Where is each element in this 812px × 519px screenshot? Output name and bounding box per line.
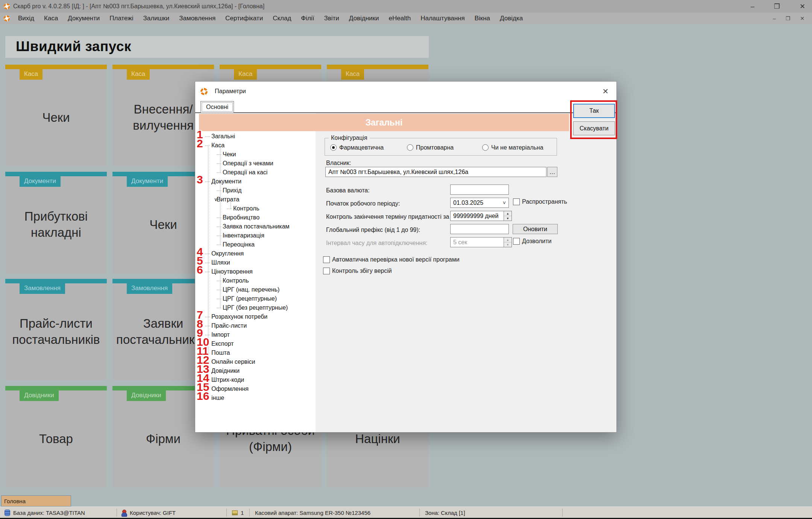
tree-item-црг-нац-перечень-[interactable]: ЦРГ (нац. перечень) bbox=[198, 285, 316, 294]
version-label: Контроль збігу версій bbox=[332, 268, 392, 274]
ok-button[interactable]: Так bbox=[573, 104, 615, 118]
tab-holovna[interactable]: Головна bbox=[1, 495, 71, 507]
tree-item-шляхи[interactable]: 5Шляхи bbox=[198, 258, 316, 267]
period-select[interactable]: 01.03.2025 ˅ bbox=[450, 198, 509, 208]
tile-чеки[interactable]: КасаЧеки bbox=[5, 65, 107, 166]
close-icon[interactable]: ✕ bbox=[800, 2, 805, 11]
minimize-icon[interactable]: – bbox=[751, 3, 754, 11]
tree-item-операції-на-касі[interactable]: Операції на касі bbox=[198, 168, 316, 177]
chevron-down-icon[interactable]: ˅ bbox=[503, 200, 506, 206]
menu-item-склад[interactable]: Склад bbox=[268, 15, 296, 22]
tree-item-довідники[interactable]: 13Довідники bbox=[198, 366, 316, 375]
tile-прибуткові-накладні[interactable]: ДокументиПрибуткові накладні bbox=[5, 172, 107, 273]
menu-item-довідники[interactable]: Довідники bbox=[344, 15, 384, 22]
radio-unselected-icon[interactable] bbox=[407, 144, 413, 151]
menu-item-каса[interactable]: Каса bbox=[39, 15, 63, 22]
tree-item-округлення[interactable]: 4Округлення bbox=[198, 249, 316, 258]
mdi-minimize-icon[interactable]: – bbox=[773, 15, 776, 21]
tree-item-розрахунок-потреби[interactable]: 7Розрахунок потреби bbox=[198, 312, 316, 321]
tree-item-виробництво[interactable]: Виробництво bbox=[198, 213, 316, 222]
tree-item-label: Витрата bbox=[217, 196, 239, 203]
tree-item-оформлення[interactable]: 15Оформлення bbox=[198, 384, 316, 393]
menu-item-довідка[interactable]: Довідка bbox=[495, 15, 528, 22]
menu-item-сертифікати[interactable]: Сертифікати bbox=[220, 15, 268, 22]
mdi-close-icon[interactable]: ✕ bbox=[800, 15, 804, 21]
tree-item-інше[interactable]: 16інше bbox=[198, 393, 316, 402]
tree-item-label: Шляхи bbox=[211, 259, 230, 266]
tree-item-документи[interactable]: 3Документи bbox=[198, 177, 316, 186]
spin-down-icon[interactable]: ▼ bbox=[504, 216, 511, 221]
tree-item-витрата[interactable]: ∨Витрата bbox=[198, 195, 316, 204]
tree-item-переоцінка[interactable]: Переоцінка bbox=[198, 240, 316, 249]
menu-item-документи[interactable]: Документи bbox=[63, 15, 105, 22]
radio-selected-icon[interactable] bbox=[330, 144, 337, 151]
tree-item-пошта[interactable]: 11Пошта bbox=[198, 348, 316, 357]
tree-item-експорт[interactable]: 10Експорт bbox=[198, 339, 316, 348]
tab-osnovni[interactable]: Основні bbox=[200, 101, 234, 113]
expiry-value: 999999999 дней bbox=[453, 213, 499, 219]
tile-category-bar bbox=[220, 65, 321, 69]
menu-item-залишки[interactable]: Залишки bbox=[138, 15, 175, 22]
owner-browse-button[interactable]: … bbox=[547, 167, 557, 177]
prefix-label: Глобальний префікс (від 1 до 99): bbox=[326, 227, 420, 233]
menu-item-вихід[interactable]: Вихід bbox=[13, 15, 39, 22]
spread-checkbox[interactable] bbox=[513, 198, 520, 205]
radio-row-чи-не-матеріальна: Чи не матеріальна bbox=[482, 144, 543, 151]
owner-input[interactable]: Апт №003 пгт.Барышевка, ул.Киевский шлях… bbox=[325, 167, 546, 177]
menu-item-звіти[interactable]: Звіти bbox=[319, 15, 344, 22]
prefix-input[interactable] bbox=[450, 224, 509, 234]
menu-item-ehealth[interactable]: eHealth bbox=[384, 15, 416, 22]
menu-item-замовлення[interactable]: Замовлення bbox=[174, 15, 220, 22]
status-zone: Зона: Склад [1] bbox=[425, 510, 465, 516]
maximize-icon[interactable]: ❐ bbox=[774, 2, 780, 11]
version-checkbox[interactable] bbox=[323, 268, 330, 274]
tile-category-bar bbox=[327, 65, 428, 69]
tile-label: Чеки bbox=[5, 69, 107, 166]
tree-item-label: Пошта bbox=[211, 350, 230, 356]
menu-item-вікна[interactable]: Вікна bbox=[470, 15, 495, 22]
tree-item-прихід[interactable]: Прихід bbox=[198, 186, 316, 195]
tree-item-чеки[interactable]: Чеки bbox=[198, 150, 316, 159]
tree-item-онлайн-сервіси[interactable]: 12Онлайн сервіси bbox=[198, 357, 316, 366]
dialog-close-icon[interactable]: ✕ bbox=[601, 86, 610, 96]
menu-item-налаштування[interactable]: Налаштування bbox=[416, 15, 470, 22]
tree-item-заявка-постачальникам[interactable]: Заявка постачальникам bbox=[198, 222, 316, 231]
tree-item-каса[interactable]: 2Каса bbox=[198, 141, 316, 150]
spin-up-icon[interactable]: ▲ bbox=[504, 211, 511, 216]
tree-item-контроль[interactable]: Контроль bbox=[198, 204, 316, 213]
tree-item-црг-рецептурные-[interactable]: ЦРГ (рецептурные) bbox=[198, 294, 316, 303]
tree-item-црг-без-рецептурные-[interactable]: ЦРГ (без рецептурные) bbox=[198, 303, 316, 312]
cancel-button[interactable]: Скасувати bbox=[573, 121, 615, 135]
radio-label: Чи не матеріальна bbox=[491, 144, 543, 151]
spread-label: Распространять bbox=[522, 198, 567, 205]
mdi-restore-icon[interactable]: ❐ bbox=[786, 15, 791, 21]
dialog-logo-icon bbox=[200, 88, 208, 95]
spinner-buttons[interactable]: ▲▼ bbox=[504, 211, 511, 221]
tree-item-загальні[interactable]: 1Загальні bbox=[198, 132, 316, 141]
tree-item-імпорт[interactable]: 9Імпорт bbox=[198, 330, 316, 339]
currency-input[interactable] bbox=[450, 185, 509, 195]
tree-item-інвентаризація[interactable]: Інвентаризація bbox=[198, 231, 316, 240]
annotation-number-3: 3 bbox=[197, 175, 203, 184]
autocheck-checkbox[interactable] bbox=[323, 256, 330, 263]
expiry-spinner[interactable]: 999999999 дней ▲▼ bbox=[450, 211, 512, 221]
tile-товар[interactable]: ДовідникиТовар bbox=[5, 386, 107, 487]
tile-прайс-листи-постачальників[interactable]: ЗамовленняПрайс-листи постачальників bbox=[5, 279, 107, 380]
menu-item-платежі[interactable]: Платежі bbox=[105, 15, 138, 22]
menu-item-філії[interactable]: Філії bbox=[296, 15, 319, 22]
tree-item-label: Експорт bbox=[211, 340, 234, 347]
tree-item-контроль[interactable]: Контроль bbox=[198, 276, 316, 285]
radio-unselected-icon[interactable] bbox=[482, 144, 489, 151]
tree-item-ціноутворення[interactable]: 6Ціноутворення bbox=[198, 267, 316, 276]
tree-item-штрих-коди[interactable]: 14Штрих-коди bbox=[198, 375, 316, 384]
tree-item-label: ЦРГ (рецептурные) bbox=[223, 295, 277, 302]
tree-item-label: Контроль bbox=[223, 277, 249, 284]
tree-item-label: Документи bbox=[211, 178, 241, 185]
radio-row-фармацевтична: Фармацевтична bbox=[330, 144, 384, 151]
allow-checkbox[interactable] bbox=[513, 238, 520, 245]
tree-item-прайс-листи[interactable]: 8Прайс-листи bbox=[198, 321, 316, 330]
update-button[interactable]: Оновити bbox=[513, 224, 558, 234]
tree-item-операції-з-чеками[interactable]: Операції з чеками bbox=[198, 159, 316, 168]
expanded-chevron-icon[interactable]: ∨ bbox=[214, 195, 218, 204]
title-bar: Скарб pro v. 4.0.2.85 [ІД: ] - [Апт №003… bbox=[0, 0, 812, 13]
